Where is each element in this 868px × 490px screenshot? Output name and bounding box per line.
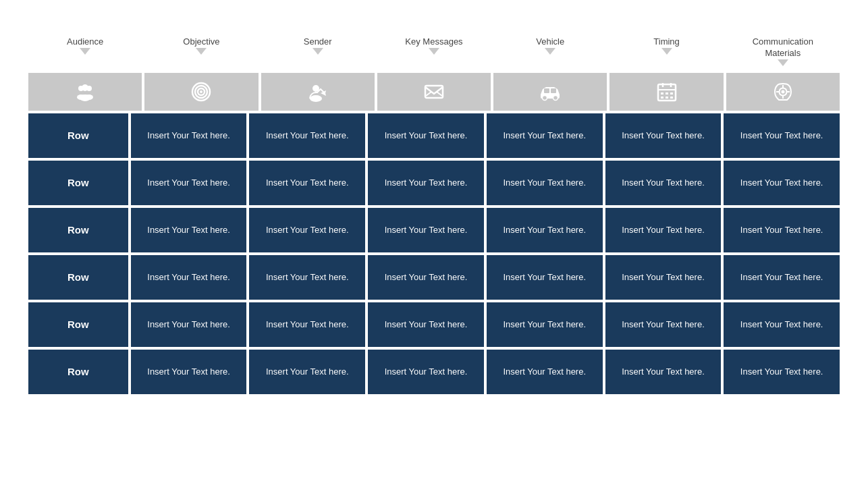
row-0-cell-5[interactable]: Insert Your Text here.: [722, 112, 841, 159]
icon-cell-sender: [260, 72, 376, 112]
col-header-audience: Audience: [27, 36, 143, 72]
icon-cell-timing: [608, 72, 724, 112]
svg-rect-29: [670, 97, 673, 99]
row-4-cell-4[interactable]: Insert Your Text here.: [604, 301, 723, 348]
row-1-cell-2[interactable]: Insert Your Text here.: [367, 159, 485, 207]
row-3-cell-0[interactable]: Insert Your Text here.: [130, 254, 248, 301]
row-0-cell-4[interactable]: Insert Your Text here.: [604, 112, 723, 159]
row-label-4[interactable]: Row: [27, 301, 130, 348]
row-2-cell-4[interactable]: Insert Your Text here.: [604, 207, 723, 254]
svg-rect-25: [666, 92, 668, 94]
icon-cell-key-messages: [376, 72, 492, 112]
row-5-cell-4[interactable]: Insert Your Text here.: [604, 348, 723, 396]
row-3-cell-3[interactable]: Insert Your Text here.: [485, 254, 604, 301]
table-row: RowInsert Your Text here.Insert Your Tex…: [27, 112, 841, 159]
col-header-sender: Sender: [260, 36, 376, 72]
row-5-cell-0[interactable]: Insert Your Text here.: [130, 348, 248, 396]
svg-point-5: [80, 94, 90, 101]
svg-rect-18: [544, 88, 549, 93]
row-5-cell-3[interactable]: Insert Your Text here.: [485, 348, 604, 396]
row-2-cell-2[interactable]: Insert Your Text here.: [367, 207, 485, 254]
row-4-cell-5[interactable]: Insert Your Text here.: [722, 301, 841, 348]
col-header-key-messages: Key Messages: [376, 36, 492, 72]
row-4-cell-3[interactable]: Insert Your Text here.: [485, 301, 604, 348]
row-label-3[interactable]: Row: [27, 254, 130, 301]
table-row: RowInsert Your Text here.Insert Your Tex…: [27, 348, 841, 396]
col-header-vehicle: Vehicle: [492, 36, 608, 72]
row-5-cell-5[interactable]: Insert Your Text here.: [722, 348, 841, 396]
column-headers: Audience Objective Sender Key Messages V…: [27, 36, 841, 72]
row-1-cell-3[interactable]: Insert Your Text here.: [485, 159, 604, 207]
svg-rect-28: [666, 97, 668, 99]
communication-plan-table: Audience Objective Sender Key Messages V…: [27, 36, 841, 396]
row-1-cell-5[interactable]: Insert Your Text here.: [722, 159, 841, 207]
table-row: RowInsert Your Text here.Insert Your Tex…: [27, 159, 841, 207]
row-2-cell-5[interactable]: Insert Your Text here.: [722, 207, 841, 254]
row-3-cell-5[interactable]: Insert Your Text here.: [722, 254, 841, 301]
svg-rect-12: [425, 86, 443, 98]
icon-cell-audience: [27, 72, 143, 112]
svg-rect-26: [670, 92, 673, 94]
row-0-cell-0[interactable]: Insert Your Text here.: [130, 112, 248, 159]
table-row: RowInsert Your Text here.Insert Your Tex…: [27, 301, 841, 348]
svg-rect-19: [551, 88, 556, 93]
row-label-5[interactable]: Row: [27, 348, 130, 396]
row-4-cell-1[interactable]: Insert Your Text here.: [248, 301, 367, 348]
icon-cell-vehicle: [492, 72, 608, 112]
row-label-1[interactable]: Row: [27, 159, 130, 207]
row-5-cell-1[interactable]: Insert Your Text here.: [248, 348, 367, 396]
svg-point-17: [553, 95, 558, 100]
svg-line-14: [426, 92, 431, 96]
table-row: RowInsert Your Text here.Insert Your Tex…: [27, 207, 841, 254]
row-1-cell-0[interactable]: Insert Your Text here.: [130, 159, 248, 207]
row-2-cell-1[interactable]: Insert Your Text here.: [248, 207, 367, 254]
svg-rect-24: [661, 92, 663, 94]
row-4-cell-0[interactable]: Insert Your Text here.: [130, 301, 248, 348]
svg-point-30: [781, 90, 784, 93]
svg-point-2: [82, 84, 88, 91]
row-4-cell-2[interactable]: Insert Your Text here.: [367, 301, 485, 348]
row-0-cell-2[interactable]: Insert Your Text here.: [367, 112, 485, 159]
data-rows: RowInsert Your Text here.Insert Your Tex…: [27, 112, 841, 396]
row-3-cell-4[interactable]: Insert Your Text here.: [604, 254, 723, 301]
row-0-cell-3[interactable]: Insert Your Text here.: [485, 112, 604, 159]
table-row: RowInsert Your Text here.Insert Your Tex…: [27, 254, 841, 301]
row-1-cell-4[interactable]: Insert Your Text here.: [604, 159, 723, 207]
row-0-cell-1[interactable]: Insert Your Text here.: [248, 112, 367, 159]
row-5-cell-2[interactable]: Insert Your Text here.: [367, 348, 485, 396]
svg-point-16: [543, 95, 547, 100]
col-header-objective: Objective: [143, 36, 259, 72]
col-header-timing: Timing: [608, 36, 724, 72]
svg-point-11: [310, 95, 322, 102]
row-2-cell-0[interactable]: Insert Your Text here.: [130, 207, 248, 254]
row-3-cell-1[interactable]: Insert Your Text here.: [248, 254, 367, 301]
svg-point-9: [200, 90, 202, 93]
col-header-comm-materials: Communication Materials: [725, 36, 841, 72]
row-label-0[interactable]: Row: [27, 112, 130, 159]
row-2-cell-3[interactable]: Insert Your Text here.: [485, 207, 604, 254]
icon-cell-comm-materials: [725, 72, 841, 112]
icon-row: [27, 72, 841, 112]
row-3-cell-2[interactable]: Insert Your Text here.: [367, 254, 485, 301]
row-1-cell-1[interactable]: Insert Your Text here.: [248, 159, 367, 207]
icon-cell-objective: [143, 72, 259, 112]
svg-line-13: [437, 92, 442, 96]
row-label-2[interactable]: Row: [27, 207, 130, 254]
svg-rect-27: [661, 97, 663, 99]
